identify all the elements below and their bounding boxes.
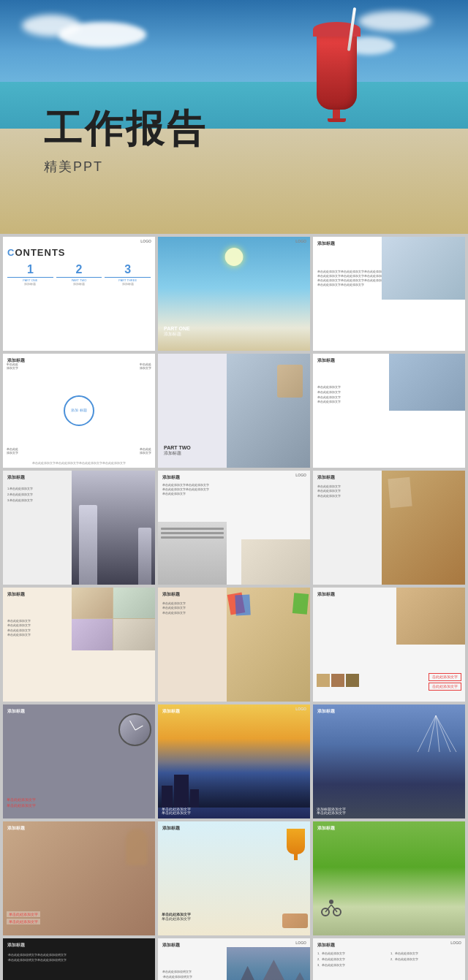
slide-contents[interactable]: LOGO CONTENTS 1 PART ONE 添加标题 2 PART TWO… — [3, 237, 155, 351]
slide-circle[interactable]: 添加标题 申击此处添加文字 申击此处添加文字 单击此处添加文字 单击此处添加文字… — [3, 354, 155, 468]
city-silhouette — [158, 762, 310, 808]
contents-rest: ONTENTS — [15, 247, 65, 258]
part-two-text: PART TWO — [164, 445, 191, 450]
slide-book[interactable]: LOGO 添加标题 单击此处添加文字单击此处添加文字单击此处添加文字 — [313, 471, 465, 585]
bldg-1 — [162, 786, 173, 808]
red-box-1: 击此处添加文字 — [429, 673, 461, 681]
circle-item-4: 单击此处添加文字 — [140, 447, 151, 455]
add-title-13: 添加标题 — [7, 709, 151, 714]
hero-text-area: 工作报告 精美PPT — [44, 104, 208, 175]
hero-slide: 工作报告 精美PPT — [0, 0, 468, 234]
slide-19-inner: 添加标题 ·单击此处添加说明文字单击此处添加说明文字 — [3, 938, 155, 980]
photo-3 — [382, 237, 465, 300]
ocean-text-2: 单击此处添加文字 — [162, 916, 191, 921]
lake-photo — [227, 947, 310, 980]
hero-title: 工作报告 — [44, 104, 208, 155]
photo-cell-2 — [113, 588, 155, 618]
circle-item-2: 申击此处添加文字 — [140, 362, 151, 370]
keyboard-photo — [158, 522, 227, 585]
photo-6 — [389, 354, 465, 411]
bullet-2: ·单击此处添加说明文字单击此处添加说明文字 — [7, 957, 151, 962]
add-title-4: 添加标题 — [7, 358, 151, 363]
add-title-18: 添加标题 — [317, 826, 461, 831]
photo-grid — [72, 588, 155, 650]
circle-item-1: 申击此处添加文字 — [7, 362, 18, 370]
piano-bullets: ·单击此处添加说明文字单击此处添加说明文字 ·单击此处添加说明文字单击此处添加说… — [7, 952, 151, 962]
bullet-1: ·单击此处添加说明文字单击此处添加说明文字 — [7, 952, 151, 957]
hand — [282, 913, 308, 928]
slide-person[interactable]: 添加标题 单击此处添加文字 单击此处添加文字 — [3, 821, 155, 935]
add-title-21: 添加标题 — [317, 943, 461, 948]
slide-contents-inner: LOGO CONTENTS 1 PART ONE 添加标题 2 PART TWO… — [3, 237, 155, 351]
mountain-svg — [227, 947, 310, 980]
photo-cell-4 — [113, 619, 155, 650]
slide-20-inner: 添加标题 单击此处添加说明文字 ·单击此处添加说明文字 ·单击此处添加说明文字 — [158, 938, 310, 980]
body-text-8: 单击此处添加文字单击此处添加文字单击此处添加文字单击此处添加文字单击此处添加文字 — [162, 483, 306, 496]
svg-point-9 — [329, 900, 333, 904]
orange-drink — [284, 829, 306, 865]
clock-red-text: 单击此处添加文字 单击此处添加文字 — [7, 797, 36, 808]
label-3b: 添加标题 — [105, 282, 151, 286]
slide-text-right[interactable]: LOGO 添加标题 单击此处添加文字单击此处添加文字单击此处添加文字 单击此处添… — [313, 237, 465, 351]
slide-text-list[interactable]: LOGO 添加标题 单击此处添加文字 单击此处添加文字 单击此处添加文字 单击此… — [313, 354, 465, 468]
slide-bridge[interactable]: 添加标题 添加标题添加文字 单击此处添加文字 — [313, 704, 465, 818]
contents-c: C — [7, 247, 15, 258]
slide-magazines[interactable]: LOGO 添加标题 单击此处添加文字单击此处添加文字单击此处添加文字 — [158, 588, 310, 702]
slide-part-one[interactable]: LOGO PART ONE 添加标题 — [158, 237, 310, 351]
clock-hand-2 — [135, 725, 143, 730]
num-1: 1 — [7, 263, 53, 278]
slide-3-inner: LOGO 添加标题 单击此处添加文字单击此处添加文字单击此处添加文字 单击此处添… — [313, 237, 465, 351]
col-2: 1、单击此处添加文字 2、单击此处添加文字 — [390, 951, 461, 968]
person-text-2: 单击此处添加文字 — [7, 919, 40, 924]
list-21-5: 2、单击此处添加文字 — [390, 957, 461, 962]
num-2: 2 — [56, 263, 102, 278]
photo-cell-3 — [72, 619, 113, 650]
slide-clock[interactable]: 添加标题 单击此处添加文字 单击此处添加文字 — [3, 704, 155, 818]
center-text: 添加 标题 — [71, 409, 86, 413]
person-text-1: 单击此处添加文字 — [7, 911, 40, 917]
biker — [320, 896, 342, 921]
svg-marker-11 — [247, 960, 299, 980]
face-blur — [277, 365, 303, 398]
slide-ocean-drink[interactable]: 添加标题 单击此处添加文字 单击此处添加文字 — [158, 821, 310, 935]
calendar-photo — [241, 539, 310, 585]
building-photo — [72, 471, 155, 585]
slide-keyboard[interactable]: LOGO 添加标题 单击此处添加文字单击此处添加文字单击此处添加文字单击此处添加… — [158, 471, 310, 585]
slide-18-inner: 添加标题 — [313, 821, 465, 935]
slide-building[interactable]: 添加标题 1.单击此处添加文字 2.单击此处添加文字 3.单击此处添加文字 — [3, 471, 155, 585]
contents-item-2: 2 PART TWO 添加标题 — [56, 263, 102, 286]
part-one-subtitle: 添加标题 — [164, 331, 190, 338]
contents-item-1: 1 PART ONE 添加标题 — [7, 263, 53, 286]
part-two-subtitle: 添加标题 — [164, 450, 191, 457]
add-title-16: 添加标题 — [7, 826, 151, 831]
slide-17-inner: 添加标题 单击此处添加文字 单击此处添加文字 — [158, 821, 310, 935]
bldg-3 — [190, 789, 199, 808]
slide-bike[interactable]: 添加标题 — [313, 821, 465, 935]
red-box-2: 击此处添加文字 — [429, 683, 461, 691]
mag-3 — [292, 593, 309, 615]
slide-16-inner: 添加标题 单击此处添加文字 单击此处添加文字 — [3, 821, 155, 935]
list-21-4: 1、单击此处添加文字 — [390, 951, 461, 957]
slide-red-text[interactable]: 添加标题 击此处添加文字 击此处添加文字 — [313, 588, 465, 702]
slide-list-numbered[interactable]: LOGO 添加标题 1、单击此处添加文字 2、单击此处添加文字 3、单击此处添加… — [313, 938, 465, 980]
cloud-2 — [58, 22, 146, 48]
slide-15-inner: 添加标题 添加标题添加文字 单击此处添加文字 — [313, 704, 465, 818]
hero-subtitle: 精美PPT — [44, 158, 208, 175]
color-squares — [317, 674, 359, 687]
list-21-3: 3、单击此处添加文字 — [317, 962, 388, 968]
bridge-cables — [414, 712, 458, 756]
slide-part-two[interactable]: PART TWO 添加标题 — [158, 354, 310, 468]
slide-4-inner: 添加标题 申击此处添加文字 申击此处添加文字 单击此处添加文字 单击此处添加文字… — [3, 354, 155, 468]
slide-items-photo[interactable]: LOGO 添加标题 单击此处添加文字 单击此处添加文字 单击此处添加文字 单击此… — [3, 588, 155, 702]
building-shape — [79, 505, 97, 585]
sq-3 — [346, 674, 359, 687]
center-circle: 添加 标题 — [64, 395, 94, 426]
drink-image — [292, 22, 380, 183]
slide-piano[interactable]: 添加标题 ·单击此处添加说明文字单击此处添加说明文字 — [3, 938, 155, 980]
col-1: 1、单击此处添加文字 2、单击此处添加文字 3、单击此处添加文字 — [317, 951, 388, 968]
key-row-1 — [161, 528, 224, 530]
slide-city-night[interactable]: LOGO 添加标题 单击此处添加文字 单击此处添加文字 — [158, 704, 310, 818]
logo-2: LOGO — [295, 239, 306, 243]
slide-mountain-lake[interactable]: LOGO 添加标题 单击此处添加说明文字 ·单击此处添加说明文字 ·单击此处添加… — [158, 938, 310, 980]
slide-13-inner: 添加标题 单击此处添加文字 单击此处添加文字 — [3, 704, 155, 818]
